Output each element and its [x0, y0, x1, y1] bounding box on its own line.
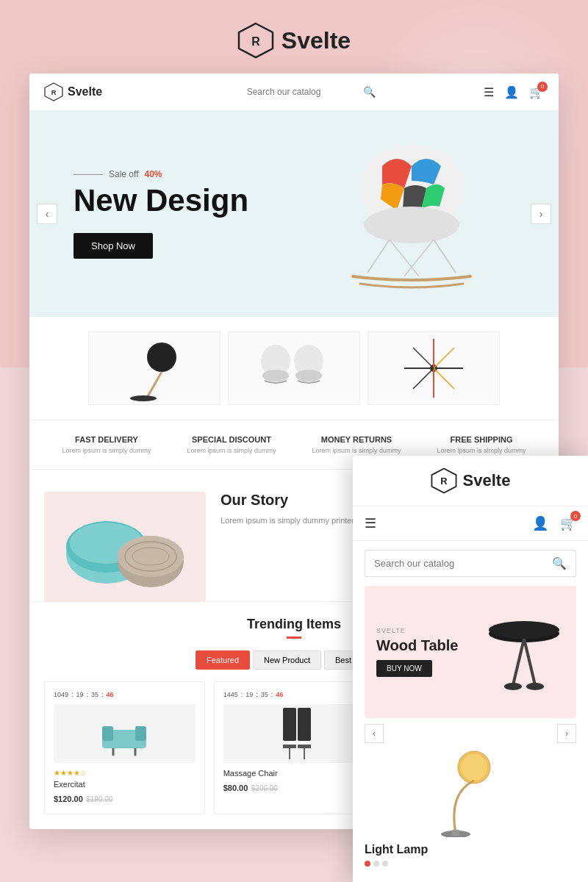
svg-point-16	[295, 370, 322, 381]
user-icon[interactable]: 👤	[504, 85, 519, 99]
poufs-icon	[55, 499, 195, 595]
svg-line-23	[413, 348, 434, 368]
product-card-2: 1445 : 19 : 35 : 46	[214, 681, 375, 814]
dot-2	[373, 861, 379, 867]
svg-line-7	[434, 240, 456, 273]
product-stars-1: ★★★★☆	[54, 769, 196, 777]
product-card-1: 1049 : 19 : 35 : 46	[44, 681, 205, 814]
dot-1	[365, 861, 370, 867]
top-brand-bar: R Svelte	[0, 0, 588, 74]
mobile-search-button[interactable]: 🔍	[552, 556, 567, 570]
svg-point-12	[130, 395, 157, 401]
feature-shipping-title: FREE SHIPPING	[437, 435, 526, 444]
feature-returns-desc: Lorem ipsum is simply dummy	[312, 447, 401, 454]
feature-shipping: FREE SHIPPING Lorem ipsum is simply dumm…	[437, 435, 526, 454]
chairs-icon	[250, 335, 338, 401]
svg-line-25	[413, 368, 434, 389]
svg-point-53	[489, 621, 559, 639]
mobile-overlay: R Svelte ☰ 👤 🛒 0 🔍 SVELTE Wood Table BUY…	[353, 456, 588, 882]
tab-featured[interactable]: Featured	[196, 650, 250, 670]
mobile-search-input[interactable]	[374, 558, 552, 569]
category-chairs[interactable]	[228, 331, 360, 405]
feature-discount-title: SPECIAL DISCOUNT	[187, 435, 276, 444]
mobile-product-info: SVELTE Wood Table BUY NOW	[376, 627, 484, 677]
feature-delivery-title: FAST DELIVERY	[62, 435, 151, 444]
feature-shipping-desc: Lorem ipsum is simply dummy	[437, 447, 526, 454]
nav-search-area: 🔍	[102, 86, 484, 98]
svg-line-24	[434, 368, 454, 389]
arc-lamp-icon	[434, 749, 507, 837]
svg-rect-41	[298, 745, 311, 748]
svg-line-22	[434, 348, 454, 368]
product-img-1	[54, 704, 196, 763]
nav-search-input[interactable]	[210, 87, 357, 97]
cart-icon[interactable]: 🛒 0	[529, 85, 544, 99]
product-price-row-1: $120.00 $190.00	[54, 792, 196, 805]
cart-badge: 0	[537, 82, 548, 92]
category-lamp[interactable]	[88, 331, 220, 405]
top-brand-logo-icon: R	[237, 22, 274, 59]
menu-icon[interactable]: ☰	[484, 85, 494, 99]
svg-rect-40	[283, 745, 296, 748]
product-img-2	[223, 704, 365, 763]
product-price-row-2: $80.00 $200.00	[223, 781, 365, 794]
svg-line-6	[368, 240, 390, 273]
mobile-lamp-dots	[365, 861, 576, 867]
mobile-cart-badge: 0	[570, 511, 581, 521]
hero-sale: 40%	[144, 169, 162, 179]
dot-3	[382, 861, 388, 867]
mobile-lamp-image	[365, 749, 576, 837]
mobile-slider-prev[interactable]: ‹	[365, 724, 384, 743]
svg-text:R: R	[51, 89, 57, 96]
svg-point-59	[461, 754, 487, 781]
mobile-logo[interactable]: R Svelte	[431, 467, 511, 494]
mobile-user-icon[interactable]: 👤	[532, 515, 548, 531]
product-timer-2: 1445 : 19 : 35 : 46	[223, 691, 365, 698]
product-name-2: Massage Chair	[223, 769, 365, 778]
massage-chair-icon	[276, 704, 312, 763]
svg-text:R: R	[440, 476, 448, 487]
svg-point-10	[147, 343, 176, 372]
tab-new-product[interactable]: New Product	[253, 650, 321, 670]
mobile-toolbar: ☰ 👤 🛒 0	[353, 506, 588, 541]
svg-text:R: R	[251, 35, 260, 48]
hero-slider: ‹ Sale off 40% New Design Shop Now	[29, 111, 559, 317]
slider-next-arrow[interactable]: ›	[531, 204, 551, 224]
nav-search-icon[interactable]: 🔍	[363, 86, 376, 98]
feature-delivery: FAST DELIVERY Lorem ipsum is simply dumm…	[62, 435, 151, 454]
mobile-menu-icon[interactable]: ☰	[365, 515, 376, 531]
category-row	[29, 317, 559, 420]
nav-logo-text: Svelte	[68, 85, 102, 98]
mobile-logo-text: Svelte	[463, 471, 511, 490]
mobile-slider-next[interactable]: ›	[557, 724, 576, 743]
slider-prev-arrow[interactable]: ‹	[37, 204, 57, 224]
mobile-cart-icon[interactable]: 🛒 0	[560, 515, 576, 531]
hero-cta-button[interactable]: Shop Now	[74, 233, 153, 259]
feature-delivery-desc: Lorem ipsum is simply dummy	[62, 447, 151, 454]
nav-icons: ☰ 👤 🛒 0	[484, 85, 544, 99]
mobile-logo-icon: R	[431, 467, 457, 494]
svg-line-54	[513, 639, 524, 685]
mobile-product-name: Wood Table	[376, 637, 484, 654]
product-price-1: $120.00	[54, 795, 83, 803]
wood-table-icon	[484, 604, 564, 700]
hero-product-image	[309, 118, 514, 309]
category-clock[interactable]	[368, 331, 500, 405]
nav-logo-icon: R	[44, 82, 63, 101]
svg-line-55	[524, 639, 535, 685]
svg-point-14	[262, 370, 289, 381]
mobile-product-slider: SVELTE Wood Table BUY NOW	[365, 586, 576, 718]
mobile-product-buy-button[interactable]: BUY NOW	[376, 660, 432, 677]
svg-point-57	[526, 683, 544, 690]
svg-point-56	[504, 683, 522, 690]
navbar: R Svelte 🔍 ☰ 👤 🛒 0	[29, 74, 559, 111]
feature-returns-title: MONEY RETURNS	[312, 435, 401, 444]
feature-returns: MONEY RETURNS Lorem ipsum is simply dumm…	[312, 435, 401, 454]
nav-logo[interactable]: R Svelte	[44, 82, 102, 101]
svg-line-9	[404, 240, 434, 276]
product-old-price-2: $200.00	[251, 784, 278, 792]
svg-line-8	[390, 240, 419, 276]
mobile-header: R Svelte	[353, 456, 588, 506]
feature-discount: SPECIAL DISCOUNT Lorem ipsum is simply d…	[187, 435, 276, 454]
hero-title: New Design	[74, 184, 248, 218]
